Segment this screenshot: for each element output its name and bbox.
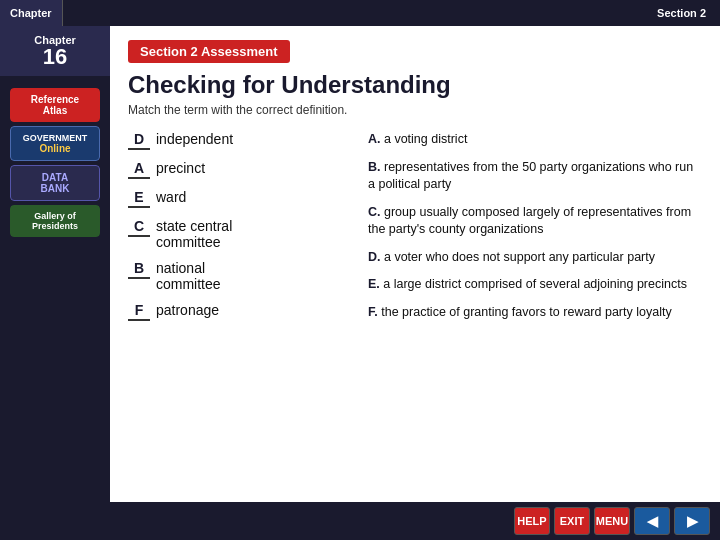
def-letter-5: E. — [368, 277, 380, 291]
match-term-1: independent — [156, 131, 233, 147]
top-bar-chapter-label: Chapter — [0, 0, 63, 26]
match-term-5: nationalcommittee — [156, 260, 221, 292]
match-letter-1: D — [128, 131, 150, 150]
reference-atlas-btn[interactable]: ReferenceAtlas — [10, 88, 100, 122]
content-columns: D independent A precinct E ward C state … — [128, 131, 702, 331]
match-term-3: ward — [156, 189, 186, 205]
match-row-2: A precinct — [128, 160, 348, 179]
gallery-btn[interactable]: Gallery ofPresidents — [10, 205, 100, 237]
def-text-1: a voting district — [384, 132, 467, 146]
page-title: Checking for Understanding — [128, 71, 702, 99]
top-bar: Chapter Section 2 — [0, 0, 720, 26]
match-row-3: E ward — [128, 189, 348, 208]
data-bank-btn[interactable]: DATABANK — [10, 165, 100, 201]
match-term-2: precinct — [156, 160, 205, 176]
menu-button[interactable]: MENU — [594, 507, 630, 535]
bottom-nav-bar: HELP EXIT MENU ◀ ▶ — [110, 502, 720, 540]
def-text-6: the practice of granting favors to rewar… — [381, 305, 671, 319]
def-text-4: a voter who does not support any particu… — [384, 250, 655, 264]
government-online-btn[interactable]: GOVERNMENTOnline — [10, 126, 100, 161]
sidebar-item-gallery[interactable]: Gallery ofPresidents — [10, 205, 100, 237]
help-button[interactable]: HELP — [514, 507, 550, 535]
def-row-5: E. a large district comprised of several… — [368, 276, 702, 294]
chapter-badge: Chapter 16 — [0, 26, 110, 76]
def-text-2: representatives from the 50 party organi… — [368, 160, 693, 192]
def-letter-3: C. — [368, 205, 381, 219]
def-row-3: C. group usually composed largely of rep… — [368, 204, 702, 239]
top-bar-spacer — [63, 0, 644, 26]
page-subtitle: Match the term with the correct definiti… — [128, 103, 702, 117]
match-term-4: state centralcommittee — [156, 218, 232, 250]
match-row-1: D independent — [128, 131, 348, 150]
match-row-6: F patronage — [128, 302, 348, 321]
back-button[interactable]: ◀ — [634, 507, 670, 535]
def-row-4: D. a voter who does not support any part… — [368, 249, 702, 267]
sidebar-item-data-bank[interactable]: DATABANK — [10, 165, 100, 201]
match-letter-4: C — [128, 218, 150, 237]
match-letter-5: B — [128, 260, 150, 279]
match-letter-3: E — [128, 189, 150, 208]
match-terms-column: D independent A precinct E ward C state … — [128, 131, 348, 331]
exit-button[interactable]: EXIT — [554, 507, 590, 535]
match-row-5: B nationalcommittee — [128, 260, 348, 292]
match-term-6: patronage — [156, 302, 219, 318]
def-text-5: a large district comprised of several ad… — [383, 277, 687, 291]
def-letter-1: A. — [368, 132, 381, 146]
def-text-3: group usually composed largely of repres… — [368, 205, 691, 237]
definitions-column: A. a voting district B. representatives … — [368, 131, 702, 331]
main-content: Section 2 Assessment Checking for Unders… — [110, 26, 720, 540]
chapter-number: 16 — [43, 46, 67, 68]
def-letter-4: D. — [368, 250, 381, 264]
def-letter-6: F. — [368, 305, 378, 319]
match-row-4: C state centralcommittee — [128, 218, 348, 250]
sidebar-item-reference-atlas[interactable]: ReferenceAtlas — [10, 88, 100, 122]
forward-button[interactable]: ▶ — [674, 507, 710, 535]
section-banner: Section 2 Assessment — [128, 40, 290, 63]
def-letter-2: B. — [368, 160, 381, 174]
sidebar-item-government-online[interactable]: GOVERNMENTOnline — [10, 126, 100, 161]
sidebar: ReferenceAtlas GOVERNMENTOnline DATABANK… — [0, 26, 110, 540]
def-row-2: B. representatives from the 50 party org… — [368, 159, 702, 194]
top-bar-section2-label: Section 2 — [643, 0, 720, 26]
def-row-1: A. a voting district — [368, 131, 702, 149]
match-letter-2: A — [128, 160, 150, 179]
def-row-6: F. the practice of granting favors to re… — [368, 304, 702, 322]
match-letter-6: F — [128, 302, 150, 321]
